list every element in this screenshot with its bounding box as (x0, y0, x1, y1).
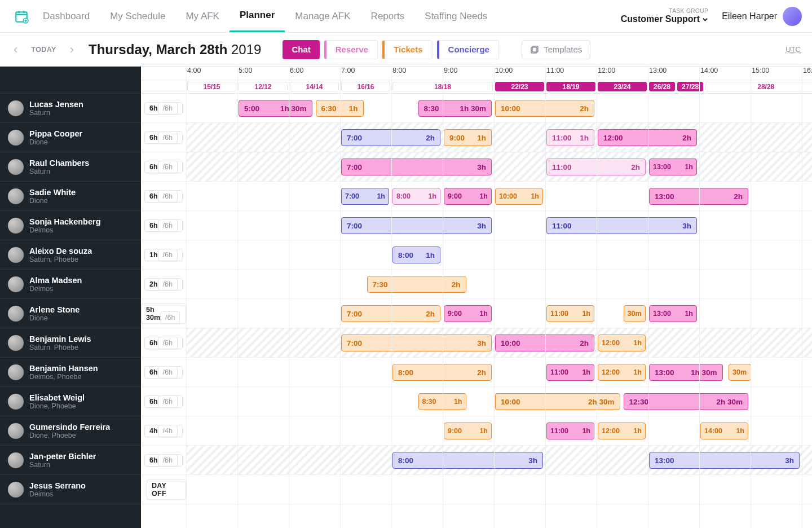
schedule-row[interactable]: 4h/4h9:001h11:001h12:001h14:001h (141, 416, 812, 446)
schedule-block-chat[interactable]: 12:302h 30m (624, 393, 749, 410)
schedule-block-chat[interactable]: 13:001h (649, 305, 697, 322)
schedule-block-tickets[interactable]: 8:301h (418, 393, 466, 410)
schedule-lane[interactable]: 7:003h10:002h12:001h (186, 328, 812, 357)
schedule-block-tickets[interactable]: 8:002h (392, 364, 492, 381)
schedule-lane[interactable]: 7:003h11:003h (186, 211, 812, 240)
nav-manage-afk[interactable]: Manage AFK (285, 0, 360, 32)
person-row[interactable]: Arlene Stone Dione (0, 299, 141, 328)
nav-dashboard[interactable]: Dashboard (33, 0, 100, 32)
current-user[interactable]: Eileen Harper (722, 7, 802, 26)
schedule-block-concierge[interactable]: 8:001h (392, 247, 440, 263)
nav-staffing-needs[interactable]: Staffing Needs (414, 0, 497, 32)
schedule-row[interactable]: 6h/6h7:003h11:002h13:001h (141, 152, 812, 182)
schedule-row[interactable]: 6h/6h7:003h10:002h12:001h (141, 328, 812, 358)
schedule-block-concierge[interactable]: 13:003h (649, 452, 800, 469)
schedule-block-chat[interactable]: 13:001h 30m (649, 364, 723, 381)
schedule-row[interactable]: 6h/6h8:002h11:001h12:001h13:001h 30m30m (141, 358, 812, 387)
person-row[interactable]: Lucas Jensen Saturn (0, 94, 141, 123)
schedule-row[interactable]: 6h/6h8:003h13:003h (141, 446, 812, 475)
schedule-row[interactable]: 6h/6h7:001h8:001h9:001h10:001h13:002h (141, 182, 812, 211)
today-button[interactable]: TODAY (28, 46, 59, 54)
person-row[interactable]: Benjamin Lewis Saturn, Phoebe (0, 328, 141, 358)
schedule-block-reserve[interactable]: 11:002h (546, 159, 646, 175)
schedule-row[interactable]: 2h/6h7:302h (141, 270, 812, 299)
schedule-block-tickets[interactable]: 7:003h (341, 335, 492, 351)
person-row[interactable]: Gumersindo Ferreira Dione, Phoebe (0, 416, 141, 446)
schedule-lane[interactable]: 7:003h11:002h13:001h (186, 152, 812, 181)
next-day-arrow[interactable]: › (68, 42, 76, 57)
schedule-block-tickets[interactable]: 9:001h (444, 423, 492, 439)
schedule-block-chat[interactable]: 11:001h (546, 364, 594, 381)
person-row[interactable]: Benjamin Hansen Deimos, Phoebe (0, 358, 141, 387)
schedule-block-chat[interactable]: 10:002h (495, 335, 594, 351)
schedule-block-tickets[interactable]: 30m (729, 364, 751, 381)
timezone-toggle[interactable]: UTC (785, 45, 801, 54)
schedule-block-concierge[interactable]: 8:003h (392, 452, 543, 469)
schedule-lane[interactable]: 7:302h (186, 270, 812, 298)
schedule-block-tickets[interactable]: 7:302h (367, 276, 466, 293)
schedule-lane[interactable]: 5:001h 30m6:301h8:301h 30m10:002h (186, 94, 812, 122)
schedule-block-chat[interactable]: 12:002h (598, 129, 697, 146)
schedule-lane[interactable]: 7:002h9:001h11:001h30m13:001h (186, 299, 812, 328)
schedule-block-concierge[interactable]: 7:001h (341, 188, 389, 205)
schedule-block-reserve[interactable]: 11:001h (546, 129, 594, 146)
schedule-block-chat[interactable]: 9:001h (444, 188, 492, 205)
schedule-lane[interactable] (186, 475, 812, 504)
schedule-row[interactable]: 5h 30m/6h7:002h9:001h11:001h30m13:001h (141, 299, 812, 328)
schedule-block-tickets[interactable]: 10:002h (495, 100, 594, 117)
schedule-block-chat[interactable]: 7:003h (341, 159, 492, 175)
schedule-block-concierge[interactable]: 11:003h (546, 217, 697, 234)
schedule-block-concierge[interactable]: 7:002h (341, 129, 440, 146)
nav-my-afk[interactable]: My AFK (175, 0, 230, 32)
schedule-block-tickets[interactable]: 9:001h (444, 129, 492, 146)
schedule-block-chat[interactable]: 5:001h 30m (239, 100, 312, 117)
person-row[interactable]: Sadie White Dione (0, 182, 141, 211)
filter-chat[interactable]: Chat (283, 40, 319, 59)
schedule-lane[interactable]: 8:301h10:002h 30m12:302h 30m (186, 387, 812, 416)
schedule-block-chat[interactable]: 8:301h 30m (418, 100, 492, 117)
schedule-lane[interactable]: 8:002h11:001h12:001h13:001h 30m30m (186, 358, 812, 386)
schedule-block-tickets[interactable]: 30m (624, 305, 646, 322)
filter-reserve[interactable]: Reserve (324, 40, 378, 59)
schedule-block-tickets[interactable]: 11:001h (546, 305, 594, 322)
schedule-lane[interactable]: 7:001h8:001h9:001h10:001h13:002h (186, 182, 812, 210)
schedule-block-tickets[interactable]: 6:301h (316, 100, 364, 117)
task-group-selector[interactable]: TASK GROUP Customer Support (621, 8, 708, 24)
schedule-block-tickets[interactable]: 7:002h (341, 305, 440, 322)
schedule-block-chat[interactable]: 11:001h (546, 423, 594, 439)
schedule-block-reserve[interactable]: 8:001h (392, 188, 440, 205)
schedule-row[interactable]: 1h/6h8:001h (141, 240, 812, 270)
schedule-row[interactable]: 6h/6h8:301h10:002h 30m12:302h 30m (141, 387, 812, 416)
schedule-block-chat[interactable]: 13:002h (649, 188, 748, 205)
schedule-block-tickets[interactable]: 10:001h (495, 188, 543, 205)
schedule-block-tickets[interactable]: 14:001h (700, 423, 748, 439)
person-row[interactable]: Sonja Hackenberg Deimos (0, 211, 141, 240)
person-row[interactable]: Elisabet Weigl Dione, Phoebe (0, 387, 141, 416)
nav-planner[interactable]: Planner (230, 0, 285, 32)
schedule-block-concierge[interactable]: 7:003h (341, 217, 492, 234)
schedule-lane[interactable]: 7:002h9:001h11:001h12:002h (186, 123, 812, 152)
schedule-row[interactable]: DAY OFF (141, 475, 812, 504)
schedule-row[interactable]: 6h/6h5:001h 30m6:301h8:301h 30m10:002h (141, 94, 812, 123)
schedule-lane[interactable]: 8:003h13:003h (186, 446, 812, 474)
templates-button[interactable]: Templates (522, 40, 590, 59)
schedule-block-tickets[interactable]: 12:001h (598, 364, 646, 381)
schedule-row[interactable]: 6h/6h7:002h9:001h11:001h12:002h (141, 123, 812, 152)
nav-my-schedule[interactable]: My Schedule (100, 0, 175, 32)
prev-day-arrow[interactable]: ‹ (11, 42, 20, 57)
filter-concierge[interactable]: Concierge (437, 40, 499, 59)
schedule-row[interactable]: 6h/6h7:003h11:003h (141, 211, 812, 240)
person-row[interactable]: Raul Chambers Saturn (0, 152, 141, 182)
person-row[interactable]: Jesus Serrano Deimos (0, 475, 141, 504)
nav-reports[interactable]: Reports (361, 0, 415, 32)
schedule-block-chat[interactable]: 9:001h (444, 305, 492, 322)
person-row[interactable]: Aleixo De souza Saturn, Phoebe (0, 240, 141, 270)
schedule-block-tickets[interactable]: 10:002h 30m (495, 393, 620, 410)
filter-tickets[interactable]: Tickets (382, 40, 432, 59)
person-row[interactable]: Alma Madsen Deimos (0, 270, 141, 299)
schedule-lane[interactable]: 8:001h (186, 240, 812, 269)
schedule-block-chat[interactable]: 13:001h (649, 159, 697, 175)
person-row[interactable]: Jan-peter Bichler Saturn (0, 446, 141, 475)
schedule-block-tickets[interactable]: 12:001h (598, 423, 646, 439)
schedule-block-tickets[interactable]: 12:001h (598, 335, 646, 351)
